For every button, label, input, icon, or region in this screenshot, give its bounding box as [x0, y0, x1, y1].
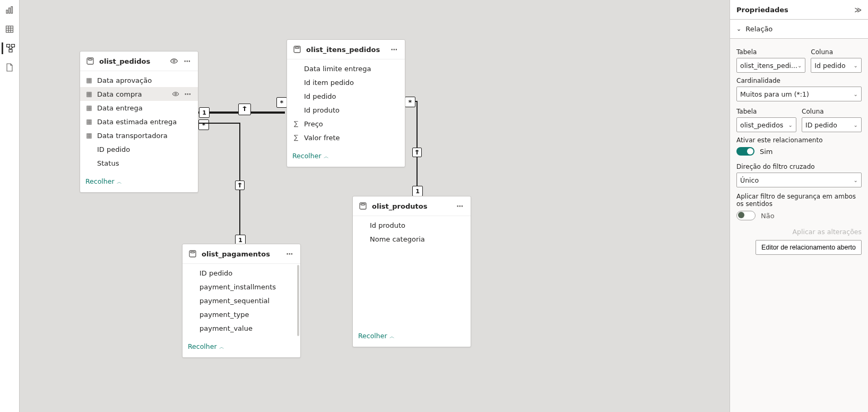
field-row[interactable]: Id pedido [287, 89, 405, 103]
field-label: payment_sequential [199, 297, 295, 305]
collapse-link[interactable]: Recolher︿ [358, 332, 395, 340]
properties-panel: Propriedades ≫ ⌄ Relação Tabela olist_it… [730, 0, 868, 412]
collapse-panel-icon[interactable]: ≫ [854, 6, 862, 14]
filter-direction-icon [235, 181, 245, 190]
calendar-icon: ▦ [85, 132, 93, 139]
svg-rect-10 [9, 49, 12, 52]
field-row[interactable]: payment_type [183, 307, 300, 321]
label-column: Coluna [811, 48, 862, 56]
field-row[interactable]: Id item pedido [287, 75, 405, 89]
crossfilter-select[interactable]: Único⌄ [736, 173, 862, 187]
table1-select[interactable]: olist_itens_pedi...⌄ [736, 58, 805, 73]
field-row[interactable]: ▦Data entrega [80, 101, 198, 115]
table-title: olist_pagamentos [202, 250, 270, 258]
svg-point-14 [175, 93, 176, 95]
field-row[interactable]: payment_value [183, 321, 300, 335]
chevron-down-icon: ⌄ [854, 91, 858, 97]
security-toggle[interactable] [736, 211, 756, 220]
field-row[interactable]: Id produto [353, 218, 471, 232]
table-card-pedidos[interactable]: olist_pedidos ⋯ ▦Data aprovação ▦ Data c… [80, 51, 198, 193]
visibility-icon[interactable] [171, 90, 180, 98]
dax-view-icon[interactable] [4, 62, 15, 73]
more-icon[interactable]: ⋯ [456, 201, 465, 211]
label-column: Coluna [802, 108, 862, 115]
table-icon [85, 56, 95, 66]
calendar-icon: ▦ [85, 118, 93, 125]
view-rail [0, 0, 20, 412]
cardinality-select[interactable]: Muitos para um (*:1)⌄ [736, 87, 862, 101]
report-view-icon[interactable] [4, 4, 15, 16]
field-label: payment_type [199, 311, 295, 319]
svg-point-18 [361, 204, 365, 205]
panel-title: Propriedades [736, 6, 788, 14]
column1-select[interactable]: Id pedido⌄ [811, 58, 862, 73]
field-row[interactable]: payment_installments [183, 280, 300, 294]
calendar-icon: ▦ [85, 90, 93, 98]
field-row[interactable]: ∑Valor frete [287, 131, 405, 144]
visibility-icon[interactable] [169, 56, 179, 66]
calendar-icon: ▦ [85, 76, 93, 84]
field-label: Id pedido [304, 92, 400, 100]
cardinality-many-badge: * [405, 97, 415, 107]
model-canvas[interactable]: 1 * * 1 * 1 olist_pedidos [20, 0, 730, 412]
field-label: Id produto [304, 106, 400, 114]
scrollbar[interactable] [297, 265, 299, 336]
label-activate: Ativar este relacionamento [736, 136, 862, 144]
field-row[interactable]: ▦Data transportadora [80, 128, 198, 142]
more-icon[interactable]: ⋯ [285, 249, 295, 259]
field-row[interactable]: ID pedido [80, 142, 198, 156]
column2-select[interactable]: ID pedido⌄ [802, 117, 862, 132]
svg-rect-8 [6, 45, 10, 47]
field-row[interactable]: Data limite entrega [287, 62, 405, 75]
table-icon [188, 249, 197, 259]
field-row[interactable]: Status [80, 156, 198, 170]
table-card-produtos[interactable]: olist_produtos ⋯ Id produto Nome categor… [352, 196, 471, 347]
chevron-down-icon: ⌄ [788, 122, 793, 128]
label-cardinality: Cardinalidade [736, 77, 862, 84]
field-label: Id produto [370, 221, 465, 229]
svg-rect-3 [6, 26, 13, 32]
table2-select[interactable]: olist_pedidos⌄ [736, 117, 796, 132]
collapse-link[interactable]: Recolher︿ [292, 152, 329, 160]
svg-rect-2 [11, 7, 13, 14]
chevron-down-icon: ⌄ [797, 63, 802, 68]
svg-point-13 [173, 60, 175, 62]
section-title: Relação [745, 25, 772, 33]
more-icon[interactable]: ⋯ [184, 90, 193, 98]
field-row[interactable]: ▦ Data compra ⋯ [80, 87, 198, 101]
collapse-link[interactable]: Recolher︿ [188, 342, 224, 350]
section-header[interactable]: ⌄ Relação [730, 20, 868, 39]
table-card-itens[interactable]: olist_itens_pedidos ⋯ Data limite entreg… [287, 39, 405, 167]
cardinality-one-badge: 1 [412, 186, 423, 196]
more-icon[interactable]: ⋯ [390, 45, 400, 54]
relationship-line [197, 123, 239, 124]
cardinality-one-badge: 1 [199, 107, 210, 118]
calendar-icon: ▦ [85, 104, 93, 111]
table-card-pagamentos[interactable]: olist_pagamentos ⋯ ID pedido payment_ins… [182, 244, 301, 358]
field-row[interactable]: ID pedido [183, 266, 300, 280]
field-row[interactable]: Nome categoria [353, 232, 471, 246]
more-icon[interactable]: ⋯ [183, 56, 193, 66]
field-label: payment_installments [199, 283, 295, 291]
svg-point-20 [190, 252, 195, 253]
open-relationship-editor-button[interactable]: Editor de relacionamento aberto [756, 240, 862, 255]
collapse-link[interactable]: Recolher︿ [85, 177, 122, 185]
table-title: olist_produtos [372, 202, 427, 210]
field-row[interactable]: Id produto [287, 103, 405, 117]
table-title: olist_itens_pedidos [306, 46, 380, 54]
model-view-icon[interactable] [5, 42, 16, 54]
field-label: ID pedido [97, 145, 193, 153]
field-row[interactable]: payment_sequential [183, 294, 300, 307]
data-view-icon[interactable] [4, 23, 15, 35]
field-row[interactable]: ▦Data aprovação [80, 73, 198, 87]
sigma-icon: ∑ [292, 120, 300, 127]
svg-rect-9 [11, 45, 14, 47]
field-row[interactable]: ▦Data estimada entrega [80, 115, 198, 128]
svg-rect-1 [9, 8, 11, 13]
field-row[interactable]: ∑Preço [287, 117, 405, 131]
field-label: payment_value [199, 324, 295, 332]
chevron-down-icon: ⌄ [854, 177, 858, 183]
filter-direction-icon [238, 104, 251, 115]
field-label: Nome categoria [370, 235, 465, 243]
activate-toggle[interactable] [736, 147, 754, 156]
